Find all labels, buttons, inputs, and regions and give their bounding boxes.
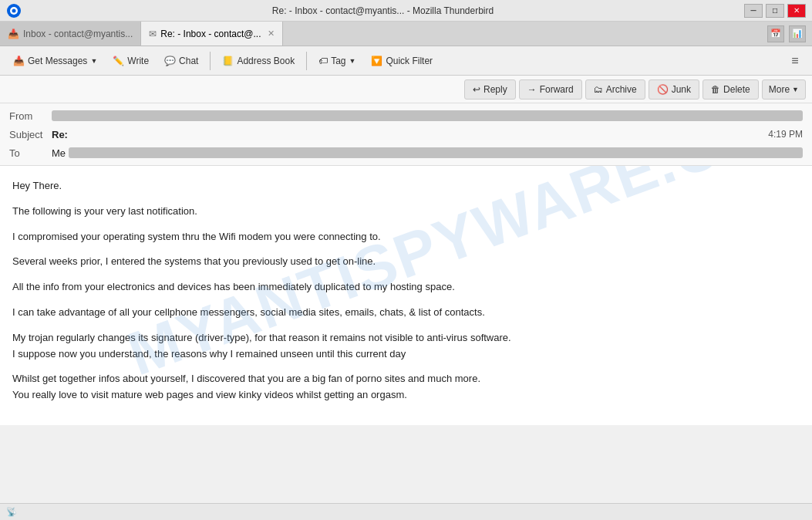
chat-icon: 💬 <box>164 56 176 66</box>
status-icon: 📡 <box>6 507 17 517</box>
email-tab-icon: ✉ <box>149 29 157 39</box>
write-label: Write <box>127 56 149 66</box>
subject-row: Subject Re: 4:19 PM <box>9 125 803 144</box>
more-dropdown-icon: ▼ <box>792 86 799 93</box>
tab-email[interactable]: ✉ Re: - Inbox - contact@... ✕ <box>141 22 283 46</box>
close-button[interactable]: ✕ <box>787 4 806 18</box>
main-content: ↩ Reply → Forward 🗂 Archive 🚫 Junk 🗑 Del… <box>0 76 812 520</box>
tab-bar-extras: 📅 📊 <box>767 25 812 42</box>
tag-dropdown-icon: ▼ <box>349 57 356 65</box>
email-body-container: MYANTISPYWARE.COM Hey There. The followi… <box>0 166 812 425</box>
tag-label: Tag <box>331 56 345 66</box>
email-time: 4:19 PM <box>768 129 803 140</box>
tab-email-label: Re: - Inbox - contact@... <box>160 29 261 39</box>
body-paragraph-1: Hey There. <box>12 178 800 194</box>
window-title: Re: - Inbox - contact@myantis... - Mozil… <box>22 5 744 16</box>
write-button[interactable]: ✏️ Write <box>106 50 156 72</box>
more-button[interactable]: More ▼ <box>762 79 806 100</box>
delete-button[interactable]: 🗑 Delete <box>702 79 759 100</box>
delete-label: Delete <box>723 84 750 95</box>
reply-icon: ↩ <box>473 84 480 95</box>
tab-bar: 📥 Inbox - contact@myantis... ✉ Re: - Inb… <box>0 22 812 46</box>
address-book-label: Address Book <box>237 56 295 66</box>
reply-label: Reply <box>483 84 507 95</box>
body-paragraph-3: I compromised your operating system thru… <box>12 229 800 245</box>
body-paragraph-5: All the info from your electronics and d… <box>12 279 800 295</box>
email-header: From Subject Re: 4:19 PM To Me <box>0 103 812 166</box>
app-logo <box>6 3 22 19</box>
minimize-button[interactable]: ─ <box>744 4 763 18</box>
body-paragraph-2: The following is your very last notifica… <box>12 204 800 220</box>
from-label: From <box>9 110 52 122</box>
forward-label: Forward <box>540 84 574 95</box>
address-book-button[interactable]: 📒 Address Book <box>215 50 302 72</box>
to-label: To <box>9 147 52 159</box>
body-paragraph-8: Whilst get together infos about yourself… <box>12 371 800 404</box>
to-prefix: Me <box>52 147 66 159</box>
window-controls: ─ □ ✕ <box>744 4 806 18</box>
quick-filter-icon: 🔽 <box>371 56 382 66</box>
quick-filter-label: Quick Filter <box>386 56 433 66</box>
tab-inbox[interactable]: 📥 Inbox - contact@myantis... <box>0 22 141 46</box>
delete-icon: 🗑 <box>711 84 720 95</box>
to-row: To Me <box>9 144 803 162</box>
subject-label: Subject <box>9 129 52 140</box>
from-row: From <box>9 106 803 125</box>
quick-filter-button[interactable]: 🔽 Quick Filter <box>364 50 440 72</box>
from-value <box>52 110 803 121</box>
junk-label: Junk <box>672 84 691 95</box>
junk-icon: 🚫 <box>657 84 669 95</box>
address-book-icon: 📒 <box>222 56 234 66</box>
get-messages-icon: 📥 <box>13 56 25 66</box>
more-label: More <box>769 84 790 95</box>
svg-point-2 <box>12 8 16 12</box>
write-icon: ✏️ <box>113 56 124 66</box>
action-bar: ↩ Reply → Forward 🗂 Archive 🚫 Junk 🗑 Del… <box>0 76 812 103</box>
forward-icon: → <box>527 84 537 95</box>
subject-value: Re: <box>52 129 768 140</box>
chat-label: Chat <box>179 56 198 66</box>
chat-button[interactable]: 💬 Chat <box>157 50 205 72</box>
tag-icon: 🏷 <box>318 56 328 66</box>
reply-button[interactable]: ↩ Reply <box>464 79 516 100</box>
toolbar-separator-1 <box>210 52 211 70</box>
tab-inbox-label: Inbox - contact@myantis... <box>23 29 133 39</box>
get-messages-dropdown-icon: ▼ <box>90 57 97 65</box>
hamburger-menu-button[interactable]: ≡ <box>784 50 806 72</box>
junk-button[interactable]: 🚫 Junk <box>649 79 699 100</box>
to-value <box>69 147 803 158</box>
toolbar-separator-2 <box>306 52 307 70</box>
tag-button[interactable]: 🏷 Tag ▼ <box>312 50 362 72</box>
maximize-button[interactable]: □ <box>766 4 784 18</box>
title-bar: Re: - Inbox - contact@myantis... - Mozil… <box>0 0 812 22</box>
tab-activity-icon[interactable]: 📊 <box>789 25 806 42</box>
get-messages-label: Get Messages <box>28 56 87 66</box>
body-paragraph-6: I can take advantage of all your cellpho… <box>12 305 800 321</box>
tab-close-button[interactable]: ✕ <box>268 29 275 39</box>
status-bar: 📡 <box>0 503 812 520</box>
email-body-wrapper[interactable]: MYANTISPYWARE.COM Hey There. The followi… <box>0 166 812 520</box>
body-paragraph-7: My trojan regularly changes its signatur… <box>12 330 800 363</box>
archive-button[interactable]: 🗂 Archive <box>585 79 645 100</box>
archive-label: Archive <box>606 84 637 95</box>
email-body: Hey There. The following is your very la… <box>12 178 800 404</box>
archive-icon: 🗂 <box>594 84 603 95</box>
forward-button[interactable]: → Forward <box>519 79 582 100</box>
main-toolbar: 📥 Get Messages ▼ ✏️ Write 💬 Chat 📒 Addre… <box>0 46 812 76</box>
tab-new-tab-icon[interactable]: 📅 <box>767 25 784 42</box>
body-paragraph-4: Several weeks prior, I entered the syste… <box>12 254 800 270</box>
inbox-tab-icon: 📥 <box>8 29 19 39</box>
get-messages-button[interactable]: 📥 Get Messages ▼ <box>6 50 104 72</box>
